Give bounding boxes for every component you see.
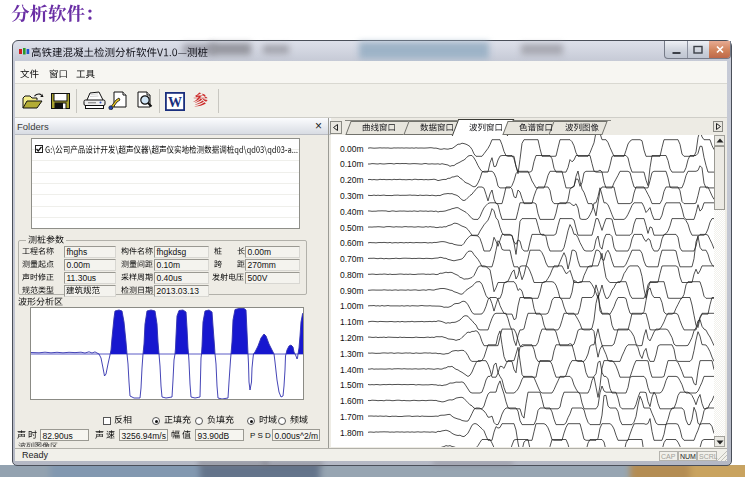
svg-text:W: W — [168, 95, 182, 110]
